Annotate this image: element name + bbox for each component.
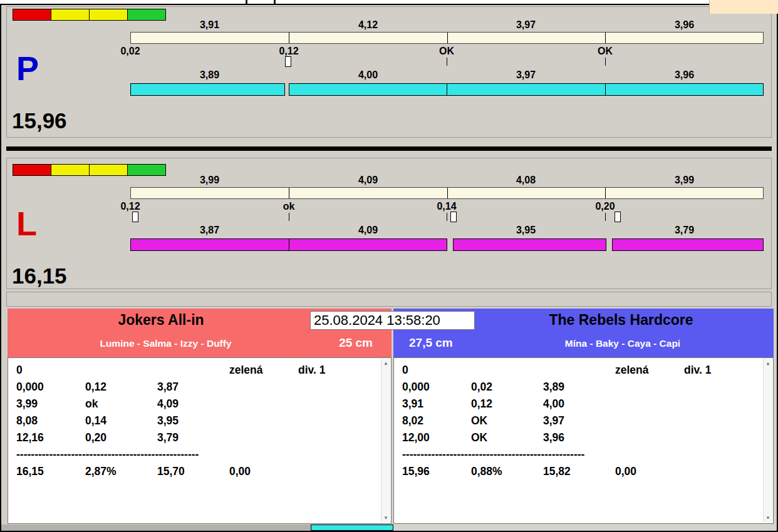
cell: 0,000 — [402, 379, 471, 396]
table-row: 12,16 0,20 3,79 — [8, 429, 391, 446]
cell: 3,89 — [543, 379, 615, 396]
cell — [298, 463, 391, 480]
fault-marker-box — [132, 212, 138, 222]
fault-mark-label: ok — [264, 201, 314, 212]
split-time-label: 4,00 — [289, 69, 447, 81]
fault-mark-label: 0,12 — [264, 46, 314, 57]
split-time-label: 3,87 — [130, 225, 289, 236]
cell: 0,00 — [229, 463, 298, 480]
scroll-down-icon[interactable]: ▼ — [764, 513, 772, 523]
results-table-right: 0 zelená div. 1 0,000 0,02 3,89 3,91 0,1… — [393, 357, 774, 524]
cell — [684, 463, 773, 480]
table-row: 0,000 0,02 3,89 — [394, 379, 773, 396]
cell: 0,88% — [471, 463, 543, 480]
table-row: 0 zelená div. 1 — [394, 362, 773, 379]
split-time-label: 3,97 — [447, 69, 605, 81]
cell: ok — [85, 396, 157, 412]
bar-divider — [605, 188, 606, 198]
lane-panel-l: 3,99 4,09 4,08 3,99 0,12 ok 0,14 0,20 3,… — [6, 158, 772, 289]
cell: div. 1 — [298, 362, 391, 379]
cell: 0,12 — [85, 379, 157, 396]
cell — [471, 362, 543, 379]
table-row: 3,99 ok 4,09 — [8, 396, 391, 412]
cell: 0 — [402, 362, 471, 379]
bar-divider — [605, 33, 606, 43]
lane-total-time: 15,96 — [12, 108, 67, 133]
split-bar-segment — [453, 238, 606, 251]
cell: 0,00 — [615, 463, 684, 480]
cell: 15,70 — [157, 463, 229, 480]
fault-mark-label: 0,14 — [422, 201, 472, 212]
cell — [85, 362, 157, 379]
lane-divider-bar — [6, 146, 772, 151]
cell — [684, 379, 773, 396]
split-bar-segment — [130, 238, 289, 251]
scrollbar[interactable]: ▲ ▼ — [763, 359, 772, 523]
scrollbar[interactable]: ▲ ▼ — [381, 359, 390, 523]
cell — [684, 429, 773, 446]
fault-mark-label: 0,02 — [105, 46, 155, 57]
results-table-left: 0 zelená div. 1 0,000 0,12 3,87 3,99 ok … — [8, 357, 392, 524]
cell: OK — [471, 429, 543, 446]
lane-total-time: 16,15 — [12, 263, 67, 289]
split-time-label: 3,95 — [447, 225, 605, 236]
split-time-label: 3,89 — [130, 69, 289, 81]
table-row: 8,08 0,14 3,95 — [8, 412, 391, 429]
start-light-red-icon — [13, 164, 51, 176]
bar-divider — [289, 188, 289, 198]
table-row: 0 zelená div. 1 — [8, 362, 391, 379]
cell — [157, 362, 229, 379]
start-light-yellow-icon — [89, 9, 128, 21]
cell: 3,96 — [543, 429, 615, 446]
cell: 0,02 — [471, 379, 543, 396]
table-row: 12,00 OK 3,96 — [394, 429, 773, 446]
cell — [229, 429, 298, 446]
cell — [298, 379, 391, 396]
bar-divider — [289, 33, 289, 43]
fault-mark-label: 0,20 — [580, 201, 630, 212]
scroll-down-icon[interactable]: ▼ — [381, 513, 390, 523]
cell: 3,95 — [157, 412, 229, 429]
cell: OK — [471, 412, 543, 429]
table-row: 3,91 0,12 4,00 — [394, 396, 773, 412]
cell: 0,14 — [85, 412, 157, 429]
background-window-fragment — [709, 0, 778, 14]
cell: 0,000 — [16, 379, 85, 396]
cell: 3,91 — [402, 396, 471, 412]
cell — [298, 429, 391, 446]
start-light-red-icon — [13, 9, 51, 21]
team-members: Lumine - Salma - Izzy - Duffy — [8, 338, 324, 349]
scroll-up-icon[interactable]: ▲ — [381, 359, 390, 368]
cell: zelená — [229, 362, 298, 379]
cell: div. 1 — [684, 362, 773, 379]
jump-height-badge: 27,5 cm — [409, 336, 453, 350]
split-time-label: 4,09 — [289, 225, 447, 236]
flyball-timing-window: 3,91 4,12 3,97 3,96 0,02 0,12 OK OK 3,89… — [0, 0, 778, 532]
scroll-up-icon[interactable]: ▲ — [764, 359, 772, 368]
cell — [684, 396, 773, 412]
cell: 12,16 — [16, 429, 85, 446]
fault-marker-box — [615, 212, 621, 222]
split-time-label: 3,96 — [605, 19, 764, 31]
team-members: Mína - Baky - Caya - Capi — [472, 338, 774, 349]
table-total-row: 15,96 0,88% 15,82 0,00 — [394, 463, 773, 480]
cell: 3,79 — [157, 429, 229, 446]
cell: 4,09 — [157, 396, 229, 412]
split-time-label: 3,91 — [130, 19, 289, 31]
boundary-tick — [605, 58, 606, 66]
bar-divider — [447, 188, 448, 198]
main-frame: 3,91 4,12 3,97 3,96 0,02 0,12 OK OK 3,89… — [0, 4, 778, 532]
cell: 3,87 — [157, 379, 229, 396]
split-time-label: 3,99 — [130, 175, 289, 186]
cell: 3,99 — [16, 396, 85, 412]
table-separator: ----------------------------------------… — [394, 446, 773, 463]
team-name: The Rebels Hardcore — [469, 312, 774, 329]
cell — [229, 412, 298, 429]
cell: 16,15 — [16, 463, 85, 480]
split-time-label: 3,79 — [605, 225, 764, 236]
cell: 8,08 — [16, 412, 85, 429]
cell: 8,02 — [402, 412, 471, 429]
cell — [298, 412, 391, 429]
reference-split-bar — [130, 187, 764, 199]
cell: 3,97 — [543, 412, 615, 429]
